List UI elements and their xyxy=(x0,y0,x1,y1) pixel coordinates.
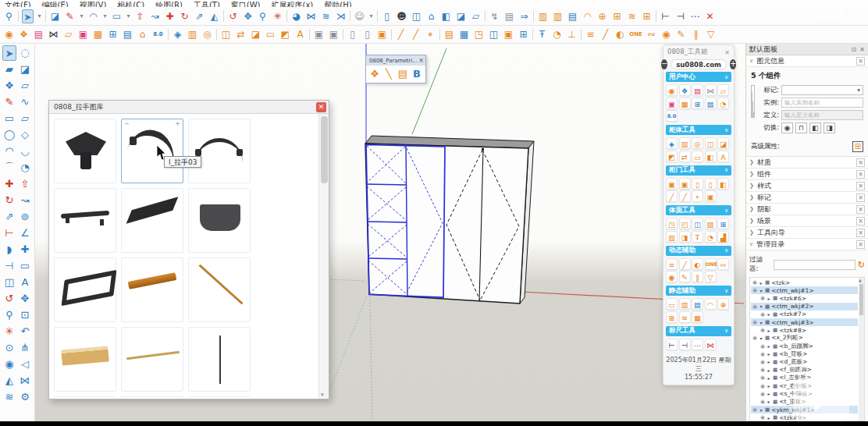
layers-icon[interactable]: ≋ xyxy=(626,9,638,23)
visibility-eye-icon[interactable]: ◉ xyxy=(760,367,765,373)
rotate-icon[interactable]: ↻ xyxy=(2,193,16,208)
section-header[interactable]: 柜体工具 xyxy=(666,125,731,135)
frame-empty-icon[interactable]: ▯ xyxy=(347,27,358,41)
separator[interactable] xyxy=(391,29,392,41)
cabinet-panel-icon[interactable]: ◪ xyxy=(250,27,261,41)
expand-caret-icon[interactable]: ▸ xyxy=(767,311,771,317)
collapsed-section-header[interactable]: ❯ 阴影 × xyxy=(746,204,868,215)
eraser-icon[interactable]: ◪ xyxy=(18,62,32,77)
eye-icon[interactable]: ◉ xyxy=(660,27,672,41)
board-split-icon[interactable]: ◫ xyxy=(488,27,500,41)
brick-grid-icon[interactable]: ▦ xyxy=(92,27,104,41)
cabinet-font-icon[interactable]: A xyxy=(717,151,729,162)
pen-line-icon[interactable]: ╱ xyxy=(395,27,407,41)
frame-m2-icon[interactable]: ▣ xyxy=(328,27,340,41)
scrollbar-thumb[interactable] xyxy=(321,116,328,183)
eye-icon[interactable]: ◉ xyxy=(666,271,678,282)
refresh-scene-icon[interactable]: ↯ xyxy=(489,9,500,23)
visibility-eye-icon[interactable]: ◉ xyxy=(760,383,765,389)
pen-icon[interactable]: ✎ xyxy=(679,271,691,282)
dim-path-icon[interactable]: ⋯ xyxy=(689,9,701,23)
visibility-eye-icon[interactable]: ◉ xyxy=(760,359,765,365)
co-icon[interactable]: ◐ xyxy=(614,27,626,41)
arc-tool-icon[interactable]: ◠ xyxy=(87,9,99,23)
visibility-eye-icon[interactable]: ◉ xyxy=(760,295,765,301)
visibility-eye-icon[interactable]: ◉ xyxy=(752,406,757,413)
refresh-icon[interactable]: ↻ xyxy=(858,260,865,270)
account-icon[interactable]: ☺ xyxy=(354,9,365,23)
move-icon[interactable]: ✚ xyxy=(164,9,176,23)
folder-icon[interactable]: ▱ xyxy=(62,27,74,41)
cube-icon[interactable]: ◈ xyxy=(172,27,183,41)
visibility-eye-icon[interactable]: ◉ xyxy=(752,304,757,310)
layers-icon[interactable]: ≋ xyxy=(2,389,16,405)
separator[interactable] xyxy=(532,29,533,41)
separator[interactable] xyxy=(485,10,486,22)
menu-item[interactable]: 工具(T) xyxy=(194,0,220,7)
resize-icon[interactable]: ⋈ xyxy=(48,27,59,41)
cabinet-frame-icon[interactable]: ▭ xyxy=(692,151,703,162)
tag-select[interactable]: ▾ xyxy=(781,85,863,95)
face-half-icon[interactable]: ◨ xyxy=(679,231,691,243)
door-frame2-icon[interactable]: ▣ xyxy=(679,178,691,190)
message-card-icon[interactable]: ▤ xyxy=(33,27,44,41)
expand-caret-icon[interactable]: ▾ xyxy=(759,320,763,325)
board-h-icon[interactable]: ▤ xyxy=(443,27,455,41)
separator[interactable] xyxy=(533,10,534,22)
settings-gear-icon[interactable]: ⚙ xyxy=(18,389,32,405)
pen-line2-icon[interactable]: ╱ xyxy=(410,27,422,41)
grid-icon[interactable]: ⊞ xyxy=(692,98,703,109)
bell-icon[interactable]: ◠ xyxy=(582,9,593,23)
handle-line-vertical[interactable] xyxy=(188,327,251,392)
add-user-icon[interactable]: ☻ xyxy=(396,9,407,23)
grid-plus-icon[interactable]: ▦ xyxy=(692,311,703,323)
expand-caret-icon[interactable]: ▸ xyxy=(767,375,771,381)
handle-knob-dark[interactable] xyxy=(54,119,116,183)
dropdown-caret-icon[interactable]: ▾ xyxy=(126,9,131,23)
visibility-eye-icon[interactable]: ◉ xyxy=(760,391,765,397)
redline-icon[interactable]: ╱ xyxy=(679,258,691,270)
separator[interactable] xyxy=(377,10,378,22)
scale-icon[interactable]: ⇗ xyxy=(2,209,16,225)
visibility-eye-icon[interactable]: ◉ xyxy=(752,335,757,341)
face-board-icon[interactable]: ▥ xyxy=(666,231,678,243)
close-icon[interactable]: × xyxy=(856,229,865,237)
handle-bracket-dark[interactable] xyxy=(121,396,183,399)
scale-icon[interactable]: ⇗ xyxy=(194,9,205,23)
cabinet-corner-icon[interactable]: ◪ xyxy=(717,137,729,149)
pin-tool-icon[interactable]: ⌖ xyxy=(425,27,436,41)
board-corner-icon[interactable]: ◳ xyxy=(473,27,485,41)
cabinet-mirror-icon[interactable]: ◩ xyxy=(279,27,291,41)
section-header[interactable]: 静态辅助 xyxy=(666,286,731,296)
tape-measure-icon[interactable]: ⊢ xyxy=(2,225,16,241)
cabinet-board-icon[interactable]: ▥ xyxy=(679,137,691,149)
tree-row[interactable]: ◉ ▸ ▦ <tzk#6> xyxy=(751,294,858,302)
eraser-icon[interactable]: ◪ xyxy=(49,9,61,23)
expand-caret-icon[interactable]: ▸ xyxy=(759,280,763,286)
trash-restore-icon[interactable]: ▥ xyxy=(552,9,564,23)
pin-icon[interactable]: ⊡ xyxy=(852,46,857,53)
expand-caret-icon[interactable]: ▸ xyxy=(767,383,771,389)
co-icon[interactable]: ◐ xyxy=(692,258,703,270)
window-grid-icon[interactable]: ⊞ xyxy=(107,27,119,41)
handle-arch-dark[interactable] xyxy=(188,119,251,183)
section-plane-icon[interactable]: ◭ xyxy=(2,373,16,389)
visibility-eye-icon[interactable]: ◉ xyxy=(760,351,765,357)
menu-item[interactable]: 窗口(W) xyxy=(231,0,261,7)
apps-icon[interactable]: ❖ xyxy=(679,84,691,96)
funnel-icon[interactable]: ▽ xyxy=(705,271,717,282)
followme-icon[interactable]: ↝ xyxy=(149,9,161,23)
expand-caret-icon[interactable]: ▸ xyxy=(767,399,771,404)
visibility-eye-icon[interactable]: ◉ xyxy=(760,311,765,318)
pie-icon[interactable]: ◔ xyxy=(18,160,32,176)
separator[interactable] xyxy=(656,10,656,22)
disc-icon[interactable]: ⊕ xyxy=(596,9,608,23)
trash-icon[interactable]: ▥ xyxy=(537,9,549,23)
bold-b-icon[interactable]: B xyxy=(411,67,423,81)
toolbox-title-bar[interactable]: 0808_工具箱 ✕ xyxy=(666,47,731,58)
close-icon[interactable]: × xyxy=(418,57,424,64)
layers-icon[interactable]: ≋ xyxy=(679,311,691,323)
default-panel-header[interactable]: 默认面板 ⊡ ✕ xyxy=(746,44,868,55)
parallel-icon[interactable]: ∥ xyxy=(690,27,702,41)
print-save-icon[interactable]: ▤ xyxy=(397,67,409,81)
